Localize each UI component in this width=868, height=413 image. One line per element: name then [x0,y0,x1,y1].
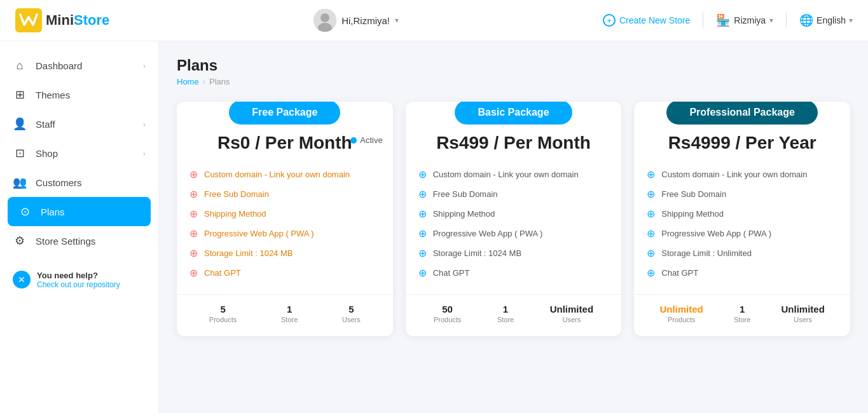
language-selector[interactable]: 🌐 English ▾ [799,13,853,27]
sidebar-item-store-settings[interactable]: ⚙ Store Settings [0,226,158,255]
staff-icon: 👤 [13,117,27,131]
feature-icon: ⊕ [418,168,427,180]
feature-icon: ⊕ [647,168,655,180]
logo-text: MiniStore [46,12,109,29]
create-store-label: Create New Store [619,15,690,25]
feature-item: ⊕ Progressive Web App ( PWA ) [647,224,837,243]
plan-price: Rs499 / Per Month [418,133,609,153]
sidebar-item-label: Plans [41,207,65,217]
stat-label: Store [497,316,514,323]
plan-price-section: Rs499 / Per Month [406,125,622,158]
feature-item: ⊕ Storage Limit : 1024 MB [189,243,380,263]
store-name-label: Rizmiya [734,15,766,25]
feature-icon: ⊕ [189,208,198,220]
plan-badge[interactable]: Basic Package [455,102,572,125]
feature-icon: ⊕ [647,227,655,240]
stat-number: 1 [281,304,298,315]
sidebar-item-label: Store Settings [36,236,95,247]
header-right: + Create New Store 🏪 Rizmiya ▾ 🌐 English… [603,13,853,28]
stat-item: 50 Products [434,304,461,323]
stat-item: 1 Store [281,304,298,323]
divider [703,13,703,28]
feature-item: ⊕ Shipping Method [418,204,609,224]
stat-item: 5 Products [209,304,237,323]
themes-icon: ⊞ [13,88,27,102]
sidebar-item-plans[interactable]: ⊙ Plans [8,197,151,226]
sidebar-item-customers[interactable]: 👥 Customers [0,168,158,197]
feature-text: Progressive Web App ( PWA ) [204,229,314,238]
svg-rect-0 [15,8,42,32]
stat-label: Users [782,316,825,323]
plan-badge[interactable]: Professional Package [666,102,817,125]
dashboard-icon: ⌂ [13,59,27,72]
globe-icon: 🌐 [799,13,813,27]
plan-stats: Unlimited Products 1 Store Unlimited Use… [634,294,850,323]
help-subtitle[interactable]: Check out our repository [37,280,120,289]
stat-label: Products [209,316,237,323]
stat-number: 1 [734,304,750,315]
main-layout: ⌂ Dashboard › ⊞ Themes 👤 Staff › ⊡ Shop … [0,41,868,413]
feature-icon: ⊕ [189,247,198,259]
store-chevron-icon: ▾ [769,16,773,25]
feature-text: Custom domain - Link your own domain [433,170,579,179]
feature-item: ⊕ Custom domain - Link your own domain [189,165,380,184]
feature-text: Free Sub Domain [661,189,726,199]
feature-text: Chat GPT [433,268,470,278]
feature-text: Progressive Web App ( PWA ) [433,229,543,238]
plan-stats: 50 Products 1 Store Unlimited Users [406,294,622,323]
sidebar-item-dashboard[interactable]: ⌂ Dashboard › [0,51,158,80]
feature-item: ⊕ Custom domain - Link your own domain [418,165,609,184]
breadcrumb-home[interactable]: Home [177,77,199,86]
sidebar-item-shop[interactable]: ⊡ Shop › [0,139,158,168]
feature-text: Custom domain - Link your own domain [661,170,807,179]
active-badge: Active [350,135,382,145]
feature-item: ⊕ Free Sub Domain [189,184,380,204]
sidebar-item-label: Customers [36,177,82,188]
stat-number: 5 [342,304,361,315]
feature-item: ⊕ Shipping Method [189,204,380,224]
feature-icon: ⊕ [418,267,427,279]
stat-item: 1 Store [497,304,514,323]
page-title: Plans [177,57,850,74]
sidebar-item-label: Themes [36,90,70,100]
sidebar-item-label: Dashboard [36,60,82,71]
sidebar-item-staff[interactable]: 👤 Staff › [0,109,158,139]
plan-badge-wrap: Basic Package [406,102,622,125]
stat-item: Unlimited Users [550,304,593,323]
sidebar-item-themes[interactable]: ⊞ Themes [0,80,158,109]
stat-label: Store [281,316,298,323]
breadcrumb: Home › Plans [177,77,850,86]
feature-icon: ⊕ [189,227,198,240]
feature-text: Storage Limit : 1024 MB [433,248,521,258]
chevron-right-icon: › [143,119,146,129]
logo[interactable]: MiniStore [15,8,109,32]
feature-icon: ⊕ [418,227,427,240]
user-greeting-area[interactable]: Hi,Rizmiya! ▾ [313,9,399,32]
header: MiniStore Hi,Rizmiya! ▾ + Create New Sto… [0,0,868,41]
help-section: ✕ You need help? Check out our repositor… [0,261,158,299]
feature-text: Shipping Method [433,209,495,219]
feature-text: Storage Limit : 1024 MB [204,248,293,258]
plan-card-professional: Professional Package Rs4999 / Per Year ⊕… [634,102,850,336]
feature-text: Free Sub Domain [433,189,498,199]
store-selector[interactable]: 🏪 Rizmiya ▾ [716,13,773,27]
plan-features: ⊕ Custom domain - Link your own domain ⊕… [177,158,393,289]
feature-text: Storage Limit : Unlimited [661,248,752,258]
feature-item: ⊕ Chat GPT [418,263,609,283]
lang-chevron-icon: ▾ [849,16,853,25]
feature-icon: ⊕ [189,168,198,180]
create-store-button[interactable]: + Create New Store [603,14,690,27]
language-label: English [816,15,846,25]
stat-item: Unlimited Products [659,304,703,323]
breadcrumb-current: Plans [209,77,230,86]
feature-icon: ⊕ [647,208,655,220]
plan-badge[interactable]: Free Package [229,102,340,125]
sidebar: ⌂ Dashboard › ⊞ Themes 👤 Staff › ⊡ Shop … [0,41,159,413]
stat-number: 1 [497,304,514,315]
svg-point-2 [320,13,329,22]
feature-icon: ⊕ [189,188,198,200]
feature-text: Progressive Web App ( PWA ) [661,229,771,238]
feature-item: ⊕ Storage Limit : 1024 MB [418,243,609,263]
feature-item: ⊕ Free Sub Domain [418,184,609,204]
stat-number: Unlimited [782,304,825,315]
